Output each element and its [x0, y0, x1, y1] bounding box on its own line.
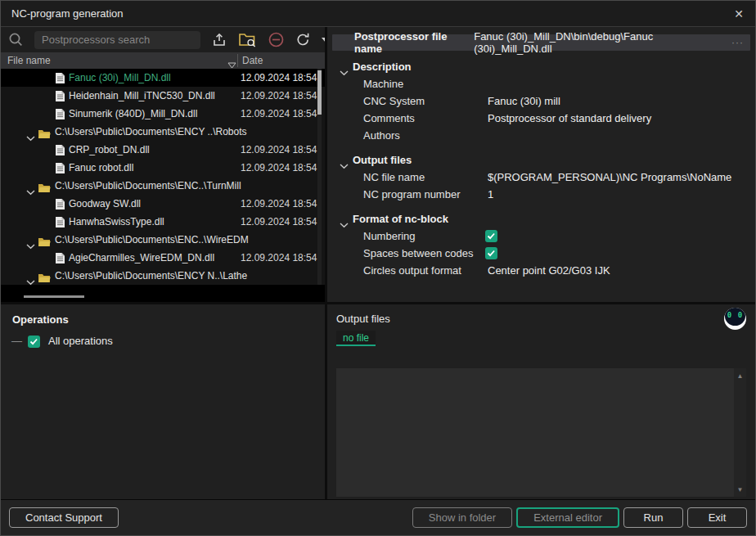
titlebar: NC-program generation ✕ [1, 1, 755, 27]
postprocessor-file-name-row[interactable]: Postprocessor file name Fanuc (30i)_Mill… [332, 34, 750, 51]
close-icon[interactable]: ✕ [722, 1, 755, 27]
export-icon[interactable] [211, 32, 227, 48]
output-text-area[interactable]: ▲ ▼ [336, 368, 746, 497]
folder-search-icon[interactable] [238, 32, 257, 47]
section-header: Format of nc-block [327, 210, 755, 227]
file-row[interactable]: Goodway SW.dll 12.09.2024 18:54 [1, 195, 325, 213]
contact-support-button[interactable]: Contact Support [9, 507, 119, 528]
property-value[interactable]: Postprocessor of standard delivery [488, 110, 651, 127]
postprocessor-toolbar [1, 27, 325, 52]
checkbox-checked[interactable] [485, 247, 497, 259]
property-label: CNC System [363, 92, 425, 110]
property-row: Authors [327, 127, 755, 144]
property-label: Numbering [363, 227, 416, 245]
horizontal-scrollbar-thumb[interactable] [24, 295, 84, 298]
checkbox-checked[interactable] [485, 230, 497, 242]
ency-robot-icon[interactable]: 0 0 [724, 308, 746, 330]
postprocessor-browser-panel: File name Date Fanuc (30i)_Mill_DN.dll 1… [1, 27, 325, 302]
folder-icon [38, 271, 51, 289]
section-title: Description [353, 58, 412, 75]
file-row[interactable]: AgieCharmilles_WireEDM_DN.dll 12.09.2024… [1, 249, 325, 267]
file-name: HanwhaSwissType.dll [69, 213, 164, 231]
property-sections: DescriptionMachineCNC SystemFanuc (30i) … [327, 58, 755, 279]
window-title: NC-program generation [11, 7, 124, 20]
scroll-up-icon[interactable]: ▲ [734, 370, 746, 381]
section-title: Format of nc-block [353, 210, 448, 227]
tab-no-file[interactable]: no file [336, 331, 376, 346]
show-in-folder-button[interactable]: Show in folder [412, 507, 512, 528]
file-date: 12.09.2024 18:54 [241, 87, 317, 105]
file-list: Fanuc (30i)_Mill_DN.dll 12.09.2024 18:54… [1, 69, 325, 302]
footer-left: Contact Support [9, 507, 119, 528]
output-files-panel: Output files 0 0 no file ▲ ▼ [327, 304, 755, 499]
file-date: 12.09.2024 18:54 [241, 105, 317, 123]
folder-row[interactable]: C:\Users\Public\Documents\ENCY ..\Robots [1, 123, 325, 141]
file-row[interactable]: Sinumerik (840D)_Mill_DN.dll 12.09.2024 … [1, 105, 325, 123]
file-date: 12.09.2024 18:54 [241, 213, 317, 231]
postprocessor-file-name-value: Fanuc (30i)_Mill_DN\bin\debug\Fanuc (30i… [474, 30, 726, 55]
property-label: NC program number [363, 186, 461, 203]
remove-icon[interactable] [268, 31, 285, 48]
output-vertical-scrollbar[interactable]: ▲ ▼ [734, 368, 746, 497]
all-operations-checkbox[interactable] [28, 336, 40, 348]
footer-right: Show in folderExternal editorRunExit [412, 507, 747, 528]
browse-postprocessor-button[interactable]: ··· [731, 37, 744, 48]
file-row[interactable]: Heidenhain_Mill_iTNC530_DN.dll 12.09.202… [1, 87, 325, 105]
property-row: CNC SystemFanuc (30i) mill [327, 92, 755, 110]
operations-tree-item[interactable]: — All operations [1, 332, 325, 350]
column-date[interactable]: Date [242, 52, 263, 69]
folder-path: C:\Users\Public\Documents\ENCY N..\Lathe [55, 267, 247, 285]
vertical-scrollbar-thumb[interactable] [317, 70, 322, 115]
file-name: Fanuc robot.dll [69, 159, 133, 177]
column-file-name[interactable]: File name [7, 52, 51, 69]
search-input[interactable] [34, 31, 200, 49]
scroll-down-icon[interactable]: ▼ [734, 484, 746, 495]
operations-title: Operations [12, 313, 325, 326]
vertical-scrollbar[interactable] [317, 69, 322, 285]
file-list-header: File name Date [1, 52, 325, 69]
property-value[interactable]: $(PROGRAM_PERSONAL)\NC Programs\NoName [488, 169, 731, 186]
column-divider[interactable] [237, 54, 238, 67]
file-row[interactable]: CRP_robot_DN.dll 12.09.2024 18:54 [1, 141, 325, 159]
horizontal-scrollbar[interactable] [1, 291, 325, 302]
chevron-down-icon[interactable] [26, 273, 35, 291]
file-name: Heidenhain_Mill_iTNC530_DN.dll [69, 87, 215, 105]
file-date: 12.09.2024 18:54 [241, 249, 317, 267]
folder-row[interactable]: C:\Users\Public\Documents\ENCY N..\Lathe [1, 267, 325, 285]
property-value[interactable]: 1 [488, 186, 493, 203]
property-row: Circles output formatCenter point G02/G0… [327, 262, 755, 279]
section-title: Output files [353, 151, 412, 169]
property-value[interactable]: Center point G02/G03 IJK [488, 262, 610, 279]
folder-row[interactable]: C:\Users\Public\Documents\ENC..\TurnMill [1, 177, 325, 195]
property-label: Comments [363, 110, 415, 127]
property-label: Authors [363, 127, 400, 144]
file-name: AgieCharmilles_WireEDM_DN.dll [69, 249, 214, 267]
exit-button[interactable]: Exit [687, 507, 747, 528]
property-row: CommentsPostprocessor of standard delive… [327, 110, 755, 127]
file-date: 12.09.2024 18:54 [241, 69, 317, 87]
run-button[interactable]: Run [623, 507, 683, 528]
file-row[interactable]: HanwhaSwissType.dll 12.09.2024 18:54 [1, 213, 325, 231]
property-label: Machine [363, 75, 403, 92]
folder-path: C:\Users\Public\Documents\ENC..\WireEDM [55, 231, 249, 249]
operations-panel: Operations — All operations [1, 304, 325, 499]
tree-expander-icon[interactable]: — [11, 332, 22, 350]
section-header: Description [327, 58, 755, 75]
refresh-icon[interactable] [295, 32, 311, 47]
folder-path: C:\Users\Public\Documents\ENCY ..\Robots [55, 123, 247, 141]
file-name: Fanuc (30i)_Mill_DN.dll [69, 69, 171, 87]
horizontal-panel-divider[interactable] [1, 302, 755, 304]
folder-path: C:\Users\Public\Documents\ENC..\TurnMill [55, 177, 241, 195]
file-row[interactable]: Fanuc robot.dll 12.09.2024 18:54 [1, 159, 325, 177]
footer-bar: Contact Support Show in folderExternal e… [1, 499, 755, 535]
file-row[interactable]: Fanuc (30i)_Mill_DN.dll 12.09.2024 18:54 [1, 69, 325, 87]
vertical-panel-divider[interactable] [325, 27, 327, 499]
external-editor-button[interactable]: External editor [516, 507, 619, 528]
robot-eyes: 0 0 [724, 311, 746, 319]
property-value[interactable]: Fanuc (30i) mill [488, 92, 560, 110]
postprocessor-file-name-label: Postprocessor file name [354, 30, 474, 55]
search-icon [8, 32, 24, 47]
all-operations-label: All operations [48, 332, 113, 350]
folder-row[interactable]: C:\Users\Public\Documents\ENC..\WireEDM [1, 231, 325, 249]
file-name: Sinumerik (840D)_Mill_DN.dll [69, 105, 197, 123]
